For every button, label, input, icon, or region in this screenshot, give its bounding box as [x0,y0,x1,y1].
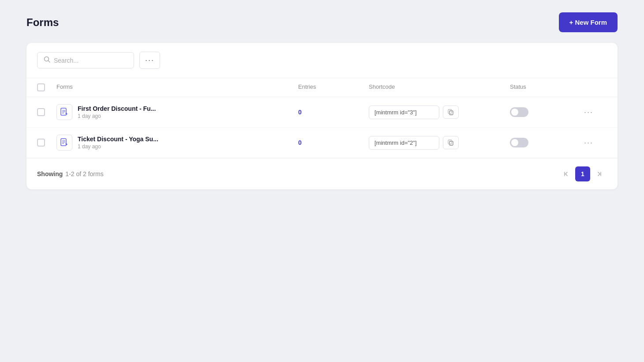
form-menu-1[interactable]: ··· [580,106,607,119]
copy-shortcode-2[interactable] [443,136,459,149]
form-time-1: 1 day ago [78,113,156,119]
column-shortcode-header: Shortcode [369,83,510,91]
row-checkbox-1[interactable] [37,108,56,116]
column-actions-header [580,83,607,91]
form-shortcode-1: [mintmrm id="3"] [369,106,439,119]
svg-line-1 [49,61,50,63]
last-page-button[interactable] [592,166,607,181]
page-1-button[interactable]: 1 [575,166,590,181]
form-shortcode-cell-2: [mintmrm id="2"] [369,136,510,150]
search-box[interactable] [37,52,134,68]
form-cell-1: First Order Discount - Fu... 1 day ago [56,104,298,120]
row-menu-button-2[interactable]: ··· [580,136,597,149]
svg-rect-6 [449,111,453,115]
form-shortcode-cell-1: [mintmrm id="3"] [369,106,510,119]
svg-rect-12 [449,141,453,145]
search-input[interactable] [54,57,127,64]
main-card: ··· Forms Entries Shortcode Status [26,43,618,189]
row-menu-button-1[interactable]: ··· [580,106,597,119]
form-time-2: 1 day ago [78,143,158,150]
toggle-2[interactable] [510,138,528,147]
column-forms-header: Forms [56,83,298,91]
page-title: Forms [26,16,59,29]
form-shortcode-2: [mintmrm id="2"] [369,136,439,150]
form-status-2[interactable] [510,138,580,147]
form-entries-2: 0 [298,139,369,146]
form-info-2: Ticket Discount - Yoga Su... 1 day ago [78,136,158,150]
form-name-1: First Order Discount - Fu... [78,105,156,112]
table-header: Forms Entries Shortcode Status [26,78,618,97]
first-page-button[interactable] [558,166,573,181]
form-icon-2 [56,135,72,151]
new-form-button[interactable]: + New Form [559,12,618,32]
form-icon-1 [56,104,72,120]
table-row: Ticket Discount - Yoga Su... 1 day ago 0… [26,128,618,158]
row-checkbox-2[interactable] [37,139,56,147]
svg-rect-13 [448,140,452,144]
more-options-button[interactable]: ··· [139,52,160,69]
column-entries-header: Entries [298,83,369,91]
table-row: First Order Discount - Fu... 1 day ago 0… [26,97,618,128]
column-status-header: Status [510,83,580,91]
toggle-1[interactable] [510,107,528,117]
showing-text: Showing1-2 of 2 forms [37,170,104,177]
pagination: 1 [558,166,607,181]
toolbar: ··· [26,43,618,78]
form-status-1[interactable] [510,107,580,117]
table-footer: Showing1-2 of 2 forms 1 [26,158,618,189]
select-all-checkbox[interactable] [37,83,56,91]
search-icon [44,56,50,64]
form-cell-2: Ticket Discount - Yoga Su... 1 day ago [56,135,298,151]
form-menu-2[interactable]: ··· [580,136,607,149]
copy-shortcode-1[interactable] [443,106,459,119]
form-name-2: Ticket Discount - Yoga Su... [78,136,158,143]
svg-rect-7 [448,109,452,113]
form-info-1: First Order Discount - Fu... 1 day ago [78,105,156,119]
form-entries-1: 0 [298,109,369,116]
